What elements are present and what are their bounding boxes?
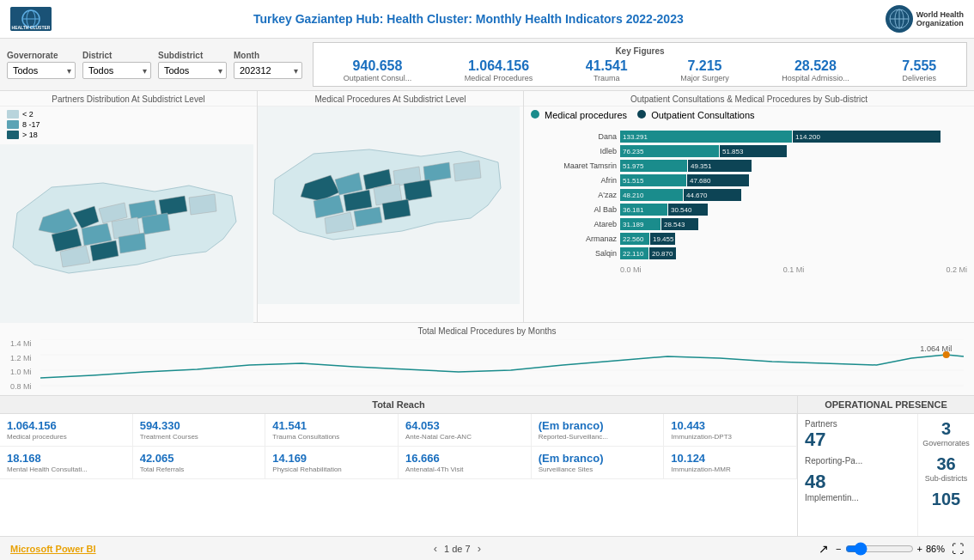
zoom-value: 86% — [926, 544, 945, 554]
bar-albab-medical: 36.181 — [620, 204, 667, 216]
reach-cell-1: 594.330 Treatment Courses — [133, 414, 266, 447]
map-legend: < 2 8 -17 > 18 — [0, 107, 257, 144]
kf-outpatient-number: 940.658 — [344, 58, 412, 74]
page-indicator: 1 de 7 — [444, 544, 471, 554]
medical-map-panel: Medical Procedures At Subdistrict Level — [258, 91, 524, 322]
op-partners-label: Partners — [805, 419, 910, 429]
reach-cell-3: 64.053 Ante-Natal Care-ANC — [399, 414, 532, 447]
filters-row: Governorate Todos District Todos Subdist… — [0, 39, 974, 91]
district-select[interactable]: Todos — [82, 62, 151, 79]
health-cluster-logo: HEALTH CLUSTER — [10, 7, 52, 31]
axis-label-0: 0.0 Mi — [620, 265, 642, 274]
reach-number-8: 14.169 — [272, 452, 391, 465]
footer-right: ↗ − + 86% ⛶ — [819, 542, 964, 556]
bar-container-azaz: 48.210 44.670 — [620, 189, 967, 201]
chart-label-dana: Dana — [531, 132, 617, 141]
chart-label-salqin: Salqin — [531, 249, 617, 258]
reach-grid: 1.064.156 Medical procedures 594.330 Tre… — [0, 414, 797, 479]
reach-label-8: Physical Rehabilitation — [272, 466, 391, 473]
kf-medical-label: Medical Procedures — [465, 74, 533, 82]
prev-page-button[interactable]: ‹ — [434, 542, 437, 555]
chart-label-armanaz: Armanaz — [531, 234, 617, 243]
partners-map-title: Partners Distribution At Subdistrict Lev… — [0, 91, 257, 107]
bottom-row: Total Reach 1.064.156 Medical procedures… — [0, 396, 974, 536]
chart-row-azaz: A'zaz 48.210 44.670 — [531, 189, 967, 201]
who-logo: World Health Organization — [886, 5, 964, 33]
op-subdistricts-label: Sub-districts — [922, 474, 971, 483]
axis-label-2: 0.2 Mi — [946, 265, 967, 274]
page-current: 1 — [444, 544, 449, 554]
zoom-minus[interactable]: − — [836, 544, 841, 554]
kf-trauma-number: 41.541 — [586, 58, 628, 74]
reach-number-7: 42.065 — [140, 452, 259, 465]
reach-label-0: Medical procedures — [7, 433, 125, 441]
footer-nav: ‹ 1 de 7 › — [434, 542, 481, 555]
legend-item-lt2: < 2 — [7, 110, 250, 119]
subdistrict-select[interactable]: Todos — [158, 62, 227, 79]
timeline-y4: 1.4 Mi — [10, 339, 40, 348]
kf-hospital: 28.528 Hospital Admissio... — [782, 58, 849, 82]
share-icon[interactable]: ↗ — [819, 542, 829, 556]
key-figures-panel: Key Figures 940.658 Outpatient Consul...… — [313, 42, 967, 87]
legend-color-gt18 — [7, 131, 19, 139]
op-reporting: Reporting-Pa... — [805, 456, 910, 466]
medical-map-svg — [258, 107, 523, 304]
op-reporting-label: Reporting-Pa... — [805, 456, 910, 466]
op-subdistricts: 36 Sub-districts — [922, 454, 971, 483]
legend-text-medical: Medical procedures — [545, 110, 627, 120]
op-implementing-label: Implementin... — [805, 493, 910, 502]
bar-container-dana: 133.291 114.200 — [620, 131, 967, 143]
powerbi-link[interactable]: Microsoft Power BI — [10, 544, 96, 554]
bar-maaret-outpatient: 49.351 — [688, 160, 752, 172]
bar-dana-outpatient: 114.200 — [793, 131, 941, 143]
bar-idleb-medical: 76.235 — [620, 145, 719, 157]
page-total: 7 — [466, 544, 471, 554]
reach-label-6: Mental Health Consultati... — [7, 466, 125, 473]
bar-azaz-outpatient: 44.670 — [684, 189, 741, 201]
footer: Microsoft Power BI ‹ 1 de 7 › ↗ − + 86% … — [0, 536, 974, 560]
bar-armanaz-medical: 22.560 — [620, 233, 649, 245]
timeline-svg: 1.064 Mil — [40, 339, 964, 387]
legend-outpatient: Outpatient Consultations — [637, 110, 755, 120]
next-page-button[interactable]: › — [478, 542, 481, 555]
key-figures-values: 940.658 Outpatient Consul... 1.064.156 M… — [324, 58, 956, 82]
kf-outpatient-label: Outpatient Consul... — [344, 74, 412, 82]
month-select[interactable]: 202312 — [234, 62, 302, 79]
kf-surgery: 7.215 Major Surgery — [680, 58, 729, 82]
op-implementing: 48 Implementin... — [805, 471, 910, 502]
reach-number-5: 10.443 — [671, 419, 789, 432]
governorate-filter: Governorate Todos — [7, 51, 76, 79]
timeline-section: Total Medical Procedures by Months 1.4 M… — [0, 323, 974, 396]
reach-cell-11: 10.124 Immunization-MMR — [664, 447, 797, 479]
chart-row-armanaz: Armanaz 22.560 19.455 — [531, 233, 967, 245]
total-reach-panel: Total Reach 1.064.156 Medical procedures… — [0, 396, 798, 536]
timeline-y-axis: 1.4 Mi 1.2 Mi 1.0 Mi 0.8 Mi — [10, 339, 40, 395]
bar-afrin-outpatient: 47.680 — [687, 174, 749, 186]
timeline-chart-area: 1.064 Mil — [40, 339, 964, 395]
kf-trauma: 41.541 Trauma — [586, 58, 628, 82]
governorate-label: Governorate — [7, 51, 76, 60]
op-subdistricts-value: 36 — [922, 454, 971, 474]
legend-item-gt18: > 18 — [7, 131, 250, 139]
bar-chart-panel: Outpatient Consultations & Medical Proce… — [524, 91, 974, 322]
op-partners-value: 47 — [805, 429, 910, 451]
chart-row-atareb: Atareb 31.189 28.543 — [531, 218, 967, 230]
governorate-select[interactable]: Todos — [7, 62, 76, 79]
bar-atareb-medical: 31.189 — [620, 218, 660, 230]
chart-legend: Medical procedures Outpatient Consultati… — [531, 110, 967, 120]
kf-medical-number: 1.064.156 — [465, 58, 533, 74]
bar-container-salqin: 22.110 20.870 — [620, 247, 967, 259]
reach-number-3: 64.053 — [405, 419, 524, 432]
zoom-plus[interactable]: + — [917, 544, 922, 554]
op-governorates-label: Governorates — [922, 439, 971, 447]
op-left: Partners 47 Reporting-Pa... 48 Implement… — [798, 414, 918, 536]
bar-container-armanaz: 22.560 19.455 — [620, 233, 967, 245]
kf-hospital-number: 28.528 — [782, 58, 849, 74]
reach-number-9: 16.666 — [405, 452, 524, 465]
who-label: World Health Organization — [916, 10, 964, 27]
zoom-slider[interactable] — [845, 542, 914, 556]
kf-deliveries-number: 7.555 — [902, 58, 936, 74]
subdistrict-label: Subdistrict — [158, 51, 227, 60]
fullscreen-icon[interactable]: ⛶ — [952, 542, 964, 556]
chart-row-maaret: Maaret Tamsrin 51.975 49.351 — [531, 160, 967, 172]
